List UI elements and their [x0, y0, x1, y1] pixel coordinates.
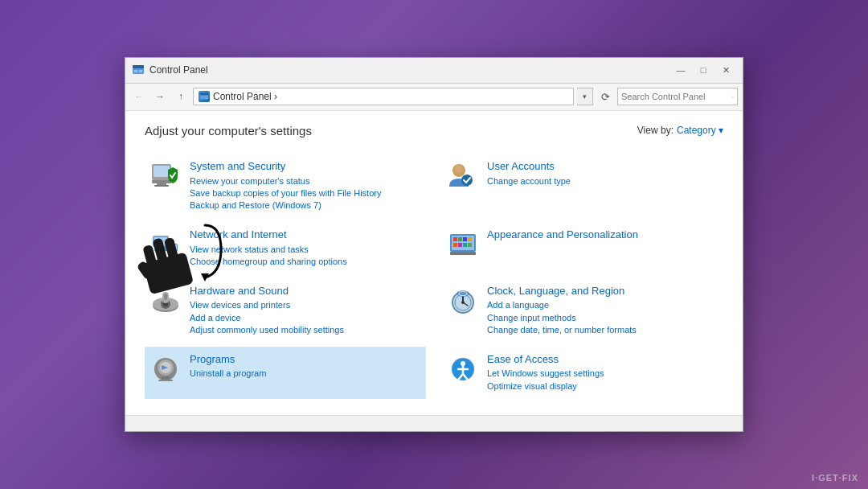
- hardware-sound-text: Hardware and Sound View devices and prin…: [190, 285, 421, 337]
- address-dropdown[interactable]: ▾: [577, 88, 593, 105]
- appearance-text: Appearance and Personalization: [487, 228, 719, 244]
- network-internet-title[interactable]: Network and Internet: [190, 228, 421, 242]
- address-path[interactable]: Control Panel ›: [193, 88, 574, 105]
- hardware-sound-title[interactable]: Hardware and Sound: [190, 285, 421, 298]
- window-title: Control Panel: [149, 64, 670, 76]
- ease-of-access-link2[interactable]: Optimize visual display: [487, 380, 719, 392]
- svg-rect-30: [450, 252, 476, 255]
- programs-title[interactable]: Programs: [190, 353, 421, 367]
- close-button[interactable]: ✕: [715, 62, 736, 78]
- search-input[interactable]: [621, 92, 732, 101]
- system-security-title[interactable]: System and Security: [190, 160, 421, 174]
- network-internet-icon: [149, 228, 182, 261]
- content-area: Adjust your computer's settings View by:…: [125, 111, 743, 415]
- ease-of-access-link1[interactable]: Let Windows suggest settings: [487, 368, 719, 380]
- svg-rect-9: [139, 70, 142, 72]
- category-ease-of-access[interactable]: Ease of Access Let Windows suggest setti…: [442, 347, 723, 400]
- programs-link1[interactable]: Uninstall a program: [190, 368, 421, 380]
- svg-rect-37: [463, 243, 467, 247]
- svg-rect-36: [458, 243, 462, 247]
- svg-rect-57: [158, 380, 173, 381]
- network-internet-text: Network and Internet View network status…: [190, 228, 421, 269]
- hardware-sound-icon: [149, 285, 182, 317]
- addressbar: ← → ↑ Control Panel › ▾ ⟳: [125, 84, 743, 111]
- svg-rect-23: [154, 237, 167, 245]
- appearance-icon: [447, 228, 479, 261]
- category-programs[interactable]: Programs Uninstall a program: [145, 347, 426, 400]
- clock-language-link3[interactable]: Change date, time, or number formats: [487, 324, 719, 336]
- system-security-link3[interactable]: Backup and Restore (Windows 7): [190, 199, 421, 212]
- svg-point-12: [732, 97, 733, 97]
- search-box[interactable]: [617, 88, 738, 105]
- refresh-button[interactable]: ⟳: [596, 88, 614, 105]
- clock-language-link1[interactable]: Add a language: [487, 299, 719, 311]
- programs-icon: [149, 353, 182, 385]
- svg-rect-17: [157, 183, 166, 185]
- up-button[interactable]: ↑: [172, 88, 190, 105]
- path-icon: [199, 91, 210, 102]
- svg-rect-33: [463, 237, 467, 241]
- svg-line-13: [733, 97, 734, 98]
- page-title: Adjust your computer's settings: [145, 124, 312, 138]
- titlebar: Control Panel — □ ✕: [125, 58, 743, 84]
- svg-point-20: [455, 165, 463, 173]
- svg-rect-38: [468, 243, 472, 247]
- control-panel-window: Control Panel — □ ✕ ← → ↑ Control Panel …: [125, 57, 743, 432]
- svg-rect-8: [134, 70, 137, 72]
- viewby-label: View by:: [637, 125, 674, 136]
- network-internet-link1[interactable]: View network status and tasks: [190, 244, 421, 256]
- svg-rect-7: [133, 65, 144, 68]
- user-accounts-link1[interactable]: Change account type: [487, 175, 719, 187]
- minimize-button[interactable]: —: [670, 62, 691, 78]
- user-accounts-title[interactable]: User Accounts: [487, 160, 719, 174]
- system-security-text: System and Security Review your computer…: [190, 160, 421, 212]
- search-icon: [732, 92, 734, 102]
- forward-button[interactable]: →: [151, 88, 169, 105]
- path-text: Control Panel ›: [213, 91, 277, 102]
- system-security-link2[interactable]: Save backup copies of your files with Fi…: [190, 187, 421, 199]
- statusbar: [125, 415, 743, 431]
- svg-rect-32: [458, 237, 462, 241]
- clock-language-text: Clock, Language, and Region Add a langua…: [487, 285, 719, 337]
- category-user-accounts[interactable]: User Accounts Change account type: [442, 154, 723, 219]
- category-appearance[interactable]: Appearance and Personalization: [442, 222, 723, 275]
- maximize-button[interactable]: □: [693, 62, 714, 78]
- hardware-sound-link3[interactable]: Adjust commonly used mobility settings: [190, 324, 421, 336]
- svg-rect-24: [157, 247, 168, 249]
- svg-rect-11: [200, 93, 208, 96]
- hardware-sound-link2[interactable]: Add a device: [190, 312, 421, 324]
- category-hardware-sound[interactable]: Hardware and Sound View devices and prin…: [145, 278, 426, 343]
- svg-rect-56: [162, 376, 170, 380]
- back-button[interactable]: ←: [130, 88, 148, 105]
- system-security-link1[interactable]: Review your computer's status: [190, 175, 421, 187]
- svg-rect-31: [453, 237, 457, 241]
- clock-language-link2[interactable]: Change input methods: [487, 312, 719, 324]
- hardware-sound-link1[interactable]: View devices and printers: [190, 299, 421, 311]
- user-accounts-text: User Accounts Change account type: [487, 160, 719, 187]
- svg-rect-44: [164, 294, 167, 300]
- svg-rect-27: [167, 244, 177, 251]
- svg-rect-35: [453, 243, 457, 247]
- categories-grid: System and Security Review your computer…: [145, 154, 723, 399]
- ease-of-access-title[interactable]: Ease of Access: [487, 353, 719, 367]
- window-controls: — □ ✕: [670, 62, 736, 78]
- svg-rect-34: [468, 237, 472, 241]
- viewby-dropdown[interactable]: Category ▾: [677, 125, 723, 136]
- svg-point-50: [461, 301, 465, 304]
- clock-language-title[interactable]: Clock, Language, and Region: [487, 285, 719, 298]
- network-internet-link2[interactable]: Choose homegroup and sharing options: [190, 256, 421, 268]
- content-header: Adjust your computer's settings View by:…: [145, 124, 723, 138]
- appearance-title[interactable]: Appearance and Personalization: [487, 228, 719, 242]
- programs-text: Programs Uninstall a program: [190, 353, 421, 380]
- category-clock-language[interactable]: Clock, Language, and Region Add a langua…: [442, 278, 723, 343]
- category-network-internet[interactable]: Network and Internet View network status…: [145, 222, 426, 275]
- svg-rect-16: [152, 180, 171, 183]
- clock-language-icon: [447, 285, 479, 317]
- viewby: View by: Category ▾: [637, 125, 723, 136]
- svg-rect-18: [154, 185, 169, 187]
- window-icon: [132, 64, 145, 76]
- user-accounts-icon: [447, 160, 479, 192]
- category-system-security[interactable]: System and Security Review your computer…: [145, 154, 426, 219]
- system-security-icon: [149, 160, 182, 192]
- ease-of-access-icon: [447, 353, 479, 385]
